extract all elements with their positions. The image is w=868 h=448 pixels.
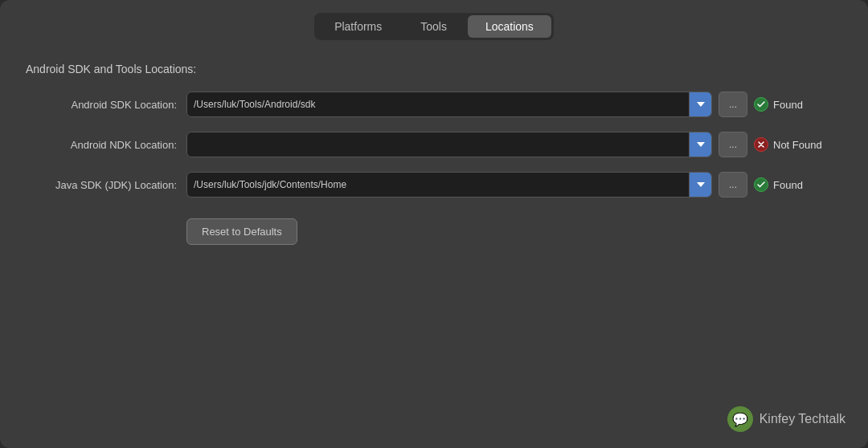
reset-button[interactable]: Reset to Defaults — [186, 218, 297, 245]
jdk-dropdown-btn[interactable] — [689, 173, 711, 197]
sdk-label: Android SDK Location: — [26, 99, 186, 111]
ndk-input-wrapper — [186, 132, 712, 157]
sdk-status: Found — [754, 97, 842, 112]
watermark-icon: 💬 — [727, 406, 753, 432]
sdk-input[interactable] — [187, 92, 689, 116]
ndk-browse-btn[interactable]: ... — [719, 132, 747, 157]
tab-platforms[interactable]: Platforms — [317, 15, 399, 38]
ndk-status: Not Found — [754, 137, 842, 152]
tabs-bar: Platforms Tools Locations — [314, 13, 554, 40]
jdk-status-text: Found — [773, 179, 803, 191]
sdk-browse-btn[interactable]: ... — [719, 92, 747, 117]
ndk-input[interactable] — [187, 132, 689, 157]
content-area: Android SDK and Tools Locations: Android… — [0, 63, 868, 245]
ndk-dropdown-btn[interactable] — [689, 132, 711, 157]
ndk-status-icon — [754, 137, 768, 152]
jdk-input-wrapper — [186, 172, 712, 198]
jdk-browse-btn[interactable]: ... — [719, 172, 747, 198]
watermark-text: Kinfey Techtalk — [760, 412, 845, 426]
jdk-input-group: ... Found — [186, 172, 842, 198]
jdk-input[interactable] — [187, 173, 689, 197]
jdk-status-icon — [754, 177, 768, 192]
tab-tools[interactable]: Tools — [403, 15, 465, 38]
sdk-status-icon — [754, 97, 768, 112]
jdk-status: Found — [754, 177, 842, 192]
tab-locations[interactable]: Locations — [468, 15, 551, 38]
sdk-row: Android SDK Location: ... Found — [26, 92, 842, 117]
ndk-input-group: ... Not Found — [186, 132, 842, 157]
jdk-label: Java SDK (JDK) Location: — [26, 179, 186, 191]
sdk-input-group: ... Found — [186, 92, 842, 117]
sdk-status-text: Found — [773, 99, 803, 111]
ndk-label: Android NDK Location: — [26, 139, 186, 151]
ndk-row: Android NDK Location: ... Not Found — [26, 132, 842, 157]
sdk-input-wrapper — [186, 92, 712, 117]
main-container: Platforms Tools Locations Android SDK an… — [0, 0, 868, 448]
jdk-row: Java SDK (JDK) Location: ... Found — [26, 172, 842, 198]
watermark: 💬 Kinfey Techtalk — [727, 406, 845, 432]
sdk-dropdown-btn[interactable] — [689, 92, 711, 116]
ndk-status-text: Not Found — [773, 139, 822, 151]
section-title: Android SDK and Tools Locations: — [26, 63, 842, 75]
